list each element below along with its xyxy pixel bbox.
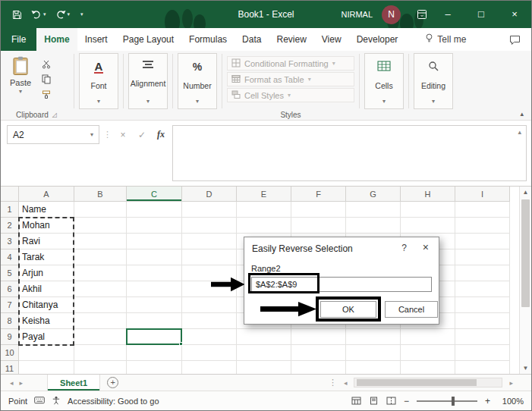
page-break-view-icon[interactable]	[386, 397, 396, 405]
cell-A7[interactable]: Chitanya	[19, 297, 74, 313]
row-header-11[interactable]: 11	[1, 361, 19, 374]
accessibility-status[interactable]: Accessibility: Good to go	[68, 397, 159, 406]
tab-insert[interactable]: Insert	[77, 28, 115, 51]
maximize-button[interactable]: □	[464, 1, 498, 28]
cell-G1[interactable]	[346, 202, 401, 218]
collapse-ribbon-icon[interactable]: ▴	[520, 110, 524, 118]
tab-file[interactable]: File	[1, 28, 36, 51]
cell-C5[interactable]	[127, 265, 182, 281]
cell-G11[interactable]	[346, 361, 401, 374]
cell-I11[interactable]	[455, 361, 510, 374]
redo-dropdown-icon[interactable]: ▾	[68, 11, 71, 17]
row-header-1[interactable]: 1	[1, 202, 19, 218]
cell-B5[interactable]	[74, 265, 127, 281]
cell-I3[interactable]	[455, 234, 510, 249]
cell-H2[interactable]	[401, 218, 455, 234]
cell-C11[interactable]	[127, 361, 182, 374]
cancel-button[interactable]: Cancel	[385, 301, 438, 318]
cell-I10[interactable]	[455, 345, 510, 361]
tab-data[interactable]: Data	[235, 28, 269, 51]
fill-handle[interactable]	[179, 342, 183, 346]
zoom-out-icon[interactable]: −	[404, 396, 409, 406]
copy-icon[interactable]	[37, 74, 55, 85]
cell-G2[interactable]	[346, 218, 401, 234]
row-header-10[interactable]: 10	[1, 345, 19, 361]
cell-F10[interactable]	[291, 345, 346, 361]
cell-A4[interactable]: Tarak	[19, 249, 74, 265]
cell-F2[interactable]	[291, 218, 346, 234]
cell-A11[interactable]	[19, 361, 74, 374]
select-all-corner[interactable]	[1, 187, 19, 202]
column-header-D[interactable]: D	[182, 187, 237, 202]
cell-B6[interactable]	[74, 281, 127, 297]
vertical-scroll-thumb[interactable]	[521, 199, 530, 307]
alignment-group-button[interactable]: Alignment ▾	[128, 53, 168, 109]
sheet-nav-right-icon[interactable]: ▸	[17, 379, 27, 387]
undo-button[interactable]: ▾	[27, 5, 50, 24]
user-name[interactable]: NIRMAL	[341, 10, 373, 19]
tell-me-button[interactable]: Tell me	[425, 28, 466, 51]
row-header-7[interactable]: 7	[1, 297, 19, 313]
name-box-dropdown-icon[interactable]: ▾	[90, 131, 93, 138]
keyboard-icon[interactable]	[34, 397, 45, 406]
clipboard-dialog-launcher-icon[interactable]: ◿	[52, 111, 57, 118]
cell-E9[interactable]	[237, 329, 291, 345]
comment-icon[interactable]	[499, 28, 531, 51]
scroll-right-icon[interactable]: ▸	[506, 379, 516, 387]
cell-I4[interactable]	[455, 249, 510, 265]
paste-button[interactable]: Paste ▾	[4, 53, 37, 109]
cell-I2[interactable]	[455, 218, 510, 234]
dialog-close-icon[interactable]: ×	[423, 241, 429, 253]
redo-button[interactable]: ▾	[52, 5, 74, 24]
column-header-G[interactable]: G	[346, 187, 401, 202]
cell-A6[interactable]: Akhil	[19, 281, 74, 297]
cell-E10[interactable]	[237, 345, 291, 361]
column-header-H[interactable]: H	[401, 187, 455, 202]
row-header-4[interactable]: 4	[1, 249, 19, 265]
cell-I7[interactable]	[455, 297, 510, 313]
column-header-F[interactable]: F	[291, 187, 346, 202]
formula-input[interactable]: ▴	[172, 125, 527, 181]
cell-C4[interactable]	[127, 249, 182, 265]
cell-D3[interactable]	[182, 234, 237, 249]
horizontal-scrollbar[interactable]: ⋮ ◂ ▸	[329, 378, 531, 387]
row-header-3[interactable]: 3	[1, 234, 19, 249]
column-header-E[interactable]: E	[237, 187, 291, 202]
format-painter-icon[interactable]	[37, 89, 55, 100]
cell-D10[interactable]	[182, 345, 237, 361]
horizontal-scroll-thumb[interactable]	[357, 379, 477, 386]
cell-I5[interactable]	[455, 265, 510, 281]
conditional-formatting-button[interactable]: Conditional Formatting ▾	[227, 56, 354, 71]
formula-bar-collapse-icon[interactable]: ▴	[518, 128, 521, 136]
cell-A3[interactable]: Ravi	[19, 234, 74, 249]
cell-A1[interactable]: Name	[19, 202, 74, 218]
zoom-slider-thumb[interactable]	[452, 397, 455, 406]
cell-A2[interactable]: Mohan	[19, 218, 74, 234]
cell-D8[interactable]	[182, 313, 237, 329]
row-header-9[interactable]: 9	[1, 329, 19, 345]
column-header-C[interactable]: C	[127, 187, 182, 202]
row-header-6[interactable]: 6	[1, 281, 19, 297]
column-header-A[interactable]: A	[19, 187, 74, 202]
close-button[interactable]: ×	[498, 1, 531, 28]
cell-E11[interactable]	[237, 361, 291, 374]
tab-page-layout[interactable]: Page Layout	[115, 28, 181, 51]
paste-dropdown-icon[interactable]: ▾	[19, 88, 22, 95]
name-box[interactable]: A2 ▾	[7, 125, 99, 144]
scroll-down-icon[interactable]: ▼	[520, 362, 531, 374]
cell-C1[interactable]	[127, 202, 182, 218]
cell-H11[interactable]	[401, 361, 455, 374]
formula-bar-grip-icon[interactable]: ⋮	[103, 125, 112, 144]
cell-H9[interactable]	[401, 329, 455, 345]
cell-D2[interactable]	[182, 218, 237, 234]
cell-B10[interactable]	[74, 345, 127, 361]
dialog-help-icon[interactable]: ?	[401, 243, 407, 253]
cell-I1[interactable]	[455, 202, 510, 218]
normal-view-icon[interactable]	[351, 397, 361, 405]
cell-I8[interactable]	[455, 313, 510, 329]
cell-F9[interactable]	[291, 329, 346, 345]
format-as-table-button[interactable]: Format as Table ▾	[227, 72, 354, 86]
minimize-button[interactable]: –	[431, 1, 464, 28]
insert-function-icon[interactable]: fx	[153, 125, 168, 144]
cell-I9[interactable]	[455, 329, 510, 345]
